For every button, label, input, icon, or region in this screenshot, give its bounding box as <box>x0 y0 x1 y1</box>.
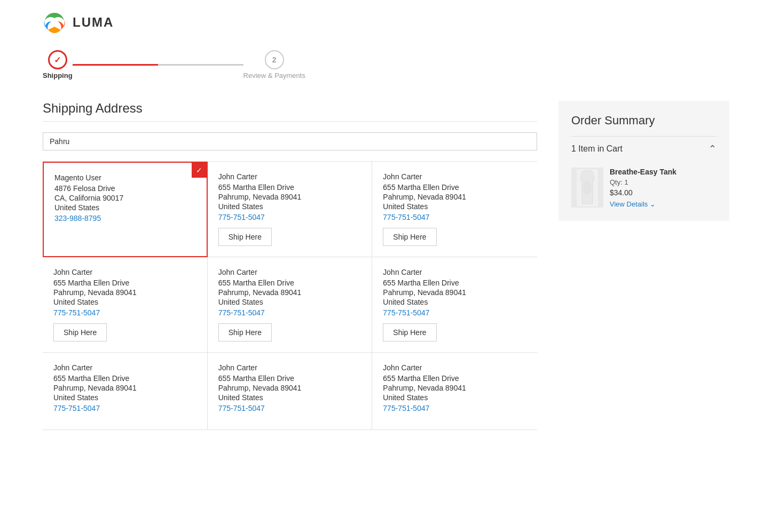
address-line2: Pahrump, Nevada 89041 <box>383 384 526 392</box>
address-card-addr8[interactable]: John Carter655 Martha Ellen DrivePahrump… <box>208 353 373 430</box>
checkout-progress: ✓ Shipping 2 Review & Payments <box>43 50 729 80</box>
step-review: 2 Review & Payments <box>243 50 305 80</box>
address-phone[interactable]: 775-751-5047 <box>383 404 526 412</box>
address-card-addr1[interactable]: ✓Magento User4876 Felosa DriveCA, Califo… <box>43 162 208 257</box>
cart-item: Breathe-Easy Tank Qty: 1 $34.00 View Det… <box>571 161 716 208</box>
address-line2: Pahrump, Nevada 89041 <box>53 384 196 392</box>
step1-circle: ✓ <box>48 50 67 69</box>
address-line1: 655 Martha Ellen Drive <box>53 374 196 383</box>
cart-item-name: Breathe-Easy Tank <box>610 168 716 176</box>
address-line2: Pahrump, Nevada 89041 <box>218 193 361 201</box>
cart-item-details: Breathe-Easy Tank Qty: 1 $34.00 View Det… <box>610 168 716 208</box>
product-image-svg <box>574 169 601 207</box>
address-country: United States <box>383 298 526 306</box>
address-line2: Pahrump, Nevada 89041 <box>383 193 526 201</box>
step1-label: Shipping <box>43 72 73 80</box>
shipping-address-title: Shipping Address <box>43 101 537 122</box>
address-line2: Pahrump, Nevada 89041 <box>383 288 526 297</box>
address-line2: Pahrump, Nevada 89041 <box>218 288 361 297</box>
main-content: Shipping Address ✓Magento User4876 Felos… <box>43 101 729 430</box>
cart-count: 1 Item in Cart <box>571 144 623 154</box>
svg-point-3 <box>583 181 592 194</box>
address-name: Magento User <box>54 173 196 182</box>
address-line1: 4876 Felosa Drive <box>54 184 196 193</box>
ship-here-button[interactable]: Ship Here <box>383 323 436 342</box>
address-card-addr5[interactable]: John Carter655 Martha Ellen DrivePahrump… <box>208 257 373 353</box>
address-name: John Carter <box>383 268 526 276</box>
step2-circle: 2 <box>265 50 284 69</box>
cart-item-price: $34.00 <box>610 188 716 197</box>
address-search-input[interactable] <box>43 132 537 150</box>
address-line1: 655 Martha Ellen Drive <box>53 279 196 287</box>
address-card-addr9[interactable]: John Carter655 Martha Ellen DrivePahrump… <box>372 353 537 430</box>
chevron-up-icon: ⌃ <box>708 143 716 155</box>
luma-logo-icon <box>43 11 66 34</box>
step-shipping: ✓ Shipping <box>43 50 73 80</box>
cart-item-image <box>571 168 603 208</box>
address-phone[interactable]: 775-751-5047 <box>53 308 196 317</box>
address-phone[interactable]: 775-751-5047 <box>218 308 361 317</box>
address-line2: Pahrump, Nevada 89041 <box>53 288 196 297</box>
address-phone[interactable]: 775-751-5047 <box>218 213 361 221</box>
order-summary-title: Order Summary <box>571 114 716 128</box>
step2-label: Review & Payments <box>243 72 305 80</box>
view-details-link[interactable]: View Details ⌄ <box>610 200 716 208</box>
address-line1: 655 Martha Ellen Drive <box>383 183 526 192</box>
address-country: United States <box>53 298 196 306</box>
address-phone[interactable]: 775-751-5047 <box>383 308 526 317</box>
address-line1: 655 Martha Ellen Drive <box>218 183 361 192</box>
address-grid: ✓Magento User4876 Felosa DriveCA, Califo… <box>43 161 537 430</box>
progress-line-filled <box>73 64 158 66</box>
address-name: John Carter <box>53 268 196 276</box>
progress-line-empty <box>158 64 243 66</box>
address-country: United States <box>383 202 526 211</box>
address-name: John Carter <box>218 268 361 276</box>
address-country: United States <box>218 202 361 211</box>
chevron-down-icon: ⌄ <box>650 200 656 208</box>
address-phone[interactable]: 775-751-5047 <box>53 404 196 412</box>
address-country: United States <box>54 203 196 212</box>
address-card-addr4[interactable]: John Carter655 Martha Ellen DrivePahrump… <box>43 257 208 353</box>
header: LUMA <box>43 11 729 34</box>
address-line1: 655 Martha Ellen Drive <box>218 279 361 287</box>
address-line1: 655 Martha Ellen Drive <box>383 374 526 383</box>
logo-text: LUMA <box>73 15 114 30</box>
view-details-label: View Details <box>610 200 648 208</box>
address-country: United States <box>383 393 526 402</box>
selected-checkmark: ✓ <box>192 163 207 178</box>
right-panel: Order Summary 1 Item in Cart ⌃ <box>558 101 729 430</box>
address-line2: Pahrump, Nevada 89041 <box>218 384 361 392</box>
address-card-addr3[interactable]: John Carter655 Martha Ellen DrivePahrump… <box>372 162 537 257</box>
address-country: United States <box>218 298 361 306</box>
address-name: John Carter <box>383 172 526 181</box>
ship-here-button[interactable]: Ship Here <box>218 323 272 342</box>
address-phone[interactable]: 775-751-5047 <box>218 404 361 412</box>
order-summary: Order Summary 1 Item in Cart ⌃ <box>558 101 729 221</box>
address-card-addr6[interactable]: John Carter655 Martha Ellen DrivePahrump… <box>372 257 537 353</box>
address-card-addr2[interactable]: John Carter655 Martha Ellen DrivePahrump… <box>208 162 373 257</box>
ship-here-button[interactable]: Ship Here <box>383 228 436 246</box>
left-panel: Shipping Address ✓Magento User4876 Felos… <box>43 101 537 430</box>
address-name: John Carter <box>53 363 196 372</box>
cart-toggle[interactable]: 1 Item in Cart ⌃ <box>571 136 716 161</box>
address-phone[interactable]: 323-988-8795 <box>54 214 196 223</box>
cart-item-qty: Qty: 1 <box>610 178 716 186</box>
address-card-addr7[interactable]: John Carter655 Martha Ellen DrivePahrump… <box>43 353 208 430</box>
ship-here-button[interactable]: Ship Here <box>218 228 272 246</box>
address-name: John Carter <box>218 363 361 372</box>
address-line1: 655 Martha Ellen Drive <box>218 374 361 383</box>
address-name: John Carter <box>218 172 361 181</box>
address-country: United States <box>218 393 361 402</box>
svg-point-1 <box>51 19 58 26</box>
address-line2: CA, California 90017 <box>54 194 196 202</box>
address-name: John Carter <box>383 363 526 372</box>
address-phone[interactable]: 775-751-5047 <box>383 213 526 221</box>
address-country: United States <box>53 393 196 402</box>
address-line1: 655 Martha Ellen Drive <box>383 279 526 287</box>
ship-here-button[interactable]: Ship Here <box>53 323 107 342</box>
